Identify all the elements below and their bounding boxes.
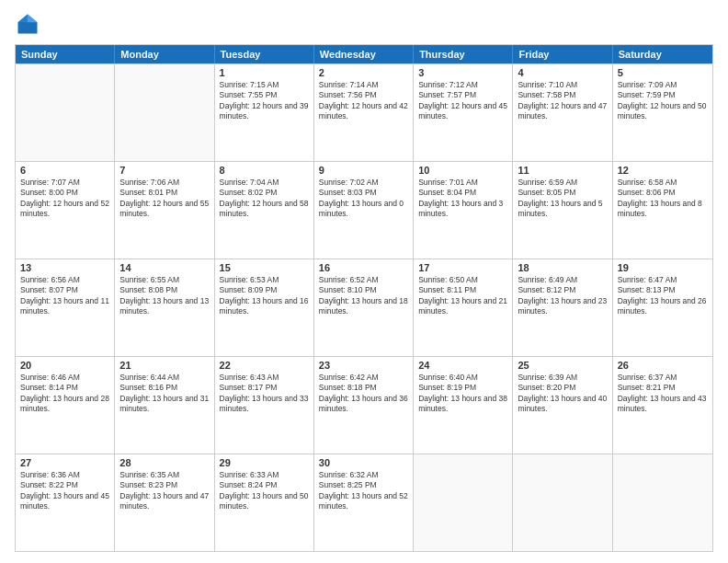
week-row-1: 1Sunrise: 7:15 AM Sunset: 7:55 PM Daylig… <box>16 63 712 161</box>
cell-info: Sunrise: 6:52 AM Sunset: 8:10 PM Dayligh… <box>319 275 408 317</box>
header <box>15 11 713 37</box>
header-day-friday: Friday <box>513 45 612 63</box>
header-day-wednesday: Wednesday <box>314 45 414 63</box>
cal-cell: 14Sunrise: 6:55 AM Sunset: 8:08 PM Dayli… <box>115 259 214 356</box>
cal-cell: 22Sunrise: 6:43 AM Sunset: 8:17 PM Dayli… <box>215 357 314 454</box>
logo <box>15 11 44 37</box>
cal-cell: 12Sunrise: 6:58 AM Sunset: 8:06 PM Dayli… <box>613 162 712 259</box>
day-number: 29 <box>220 457 309 468</box>
cal-cell: 2Sunrise: 7:14 AM Sunset: 7:56 PM Daylig… <box>314 64 414 161</box>
calendar-body: 1Sunrise: 7:15 AM Sunset: 7:55 PM Daylig… <box>16 63 712 551</box>
week-row-5: 27Sunrise: 6:36 AM Sunset: 8:22 PM Dayli… <box>16 454 712 551</box>
calendar-header: SundayMondayTuesdayWednesdayThursdayFrid… <box>16 45 712 63</box>
cell-info: Sunrise: 7:06 AM Sunset: 8:01 PM Dayligh… <box>119 178 209 220</box>
logo-icon <box>15 11 40 37</box>
day-number: 3 <box>418 67 507 78</box>
cal-cell: 29Sunrise: 6:33 AM Sunset: 8:24 PM Dayli… <box>215 454 314 551</box>
cal-cell: 3Sunrise: 7:12 AM Sunset: 7:57 PM Daylig… <box>414 64 513 161</box>
day-number: 30 <box>319 457 408 468</box>
svg-marker-2 <box>18 15 28 23</box>
cal-cell <box>16 64 115 161</box>
cal-cell: 7Sunrise: 7:06 AM Sunset: 8:01 PM Daylig… <box>115 162 214 259</box>
cal-cell <box>613 454 712 551</box>
header-day-monday: Monday <box>115 45 214 63</box>
cell-info: Sunrise: 6:40 AM Sunset: 8:19 PM Dayligh… <box>418 373 507 415</box>
cell-info: Sunrise: 7:09 AM Sunset: 7:59 PM Dayligh… <box>618 80 708 122</box>
cal-cell <box>414 454 513 551</box>
cell-info: Sunrise: 6:50 AM Sunset: 8:11 PM Dayligh… <box>418 275 507 317</box>
calendar: SundayMondayTuesdayWednesdayThursdayFrid… <box>15 44 713 552</box>
day-number: 24 <box>418 360 507 371</box>
header-day-saturday: Saturday <box>613 45 712 63</box>
cal-cell: 11Sunrise: 6:59 AM Sunset: 8:05 PM Dayli… <box>513 162 612 259</box>
day-number: 2 <box>319 67 408 78</box>
cal-cell <box>115 64 214 161</box>
cell-info: Sunrise: 6:56 AM Sunset: 8:07 PM Dayligh… <box>20 275 109 317</box>
cell-info: Sunrise: 6:39 AM Sunset: 8:20 PM Dayligh… <box>518 373 607 415</box>
cal-cell: 23Sunrise: 6:42 AM Sunset: 8:18 PM Dayli… <box>314 357 414 454</box>
day-number: 15 <box>220 262 309 273</box>
cell-info: Sunrise: 7:10 AM Sunset: 7:58 PM Dayligh… <box>518 80 607 122</box>
cell-info: Sunrise: 6:49 AM Sunset: 8:12 PM Dayligh… <box>518 275 607 317</box>
day-number: 9 <box>319 165 408 176</box>
cell-info: Sunrise: 6:58 AM Sunset: 8:06 PM Dayligh… <box>618 178 708 220</box>
day-number: 8 <box>220 165 309 176</box>
header-day-tuesday: Tuesday <box>215 45 314 63</box>
cell-info: Sunrise: 7:07 AM Sunset: 8:00 PM Dayligh… <box>20 178 109 220</box>
day-number: 27 <box>20 457 109 468</box>
cal-cell: 27Sunrise: 6:36 AM Sunset: 8:22 PM Dayli… <box>16 454 115 551</box>
cell-info: Sunrise: 7:02 AM Sunset: 8:03 PM Dayligh… <box>319 178 408 220</box>
week-row-3: 13Sunrise: 6:56 AM Sunset: 8:07 PM Dayli… <box>16 259 712 356</box>
day-number: 26 <box>618 360 708 371</box>
day-number: 22 <box>220 360 309 371</box>
day-number: 11 <box>518 165 607 176</box>
cell-info: Sunrise: 6:59 AM Sunset: 8:05 PM Dayligh… <box>518 178 607 220</box>
cal-cell: 13Sunrise: 6:56 AM Sunset: 8:07 PM Dayli… <box>16 259 115 356</box>
cal-cell: 20Sunrise: 6:46 AM Sunset: 8:14 PM Dayli… <box>16 357 115 454</box>
day-number: 12 <box>618 165 708 176</box>
day-number: 25 <box>518 360 607 371</box>
cal-cell: 26Sunrise: 6:37 AM Sunset: 8:21 PM Dayli… <box>613 357 712 454</box>
cell-info: Sunrise: 7:12 AM Sunset: 7:57 PM Dayligh… <box>418 80 507 122</box>
day-number: 7 <box>119 165 209 176</box>
day-number: 18 <box>518 262 607 273</box>
svg-marker-1 <box>28 15 38 23</box>
week-row-2: 6Sunrise: 7:07 AM Sunset: 8:00 PM Daylig… <box>16 161 712 259</box>
cell-info: Sunrise: 6:46 AM Sunset: 8:14 PM Dayligh… <box>20 373 109 415</box>
cal-cell: 9Sunrise: 7:02 AM Sunset: 8:03 PM Daylig… <box>314 162 414 259</box>
cell-info: Sunrise: 6:32 AM Sunset: 8:25 PM Dayligh… <box>319 470 408 512</box>
cell-info: Sunrise: 7:14 AM Sunset: 7:56 PM Dayligh… <box>319 80 408 122</box>
cal-cell: 18Sunrise: 6:49 AM Sunset: 8:12 PM Dayli… <box>513 259 612 356</box>
cal-cell: 5Sunrise: 7:09 AM Sunset: 7:59 PM Daylig… <box>613 64 712 161</box>
cal-cell: 28Sunrise: 6:35 AM Sunset: 8:23 PM Dayli… <box>115 454 214 551</box>
cal-cell: 24Sunrise: 6:40 AM Sunset: 8:19 PM Dayli… <box>414 357 513 454</box>
day-number: 6 <box>20 165 109 176</box>
cal-cell: 1Sunrise: 7:15 AM Sunset: 7:55 PM Daylig… <box>215 64 314 161</box>
day-number: 21 <box>119 360 209 371</box>
cell-info: Sunrise: 6:43 AM Sunset: 8:17 PM Dayligh… <box>220 373 309 415</box>
day-number: 23 <box>319 360 408 371</box>
cal-cell: 21Sunrise: 6:44 AM Sunset: 8:16 PM Dayli… <box>115 357 214 454</box>
cal-cell: 19Sunrise: 6:47 AM Sunset: 8:13 PM Dayli… <box>613 259 712 356</box>
cal-cell <box>513 454 612 551</box>
cell-info: Sunrise: 6:53 AM Sunset: 8:09 PM Dayligh… <box>220 275 309 317</box>
cell-info: Sunrise: 6:47 AM Sunset: 8:13 PM Dayligh… <box>618 275 708 317</box>
cell-info: Sunrise: 7:01 AM Sunset: 8:04 PM Dayligh… <box>418 178 507 220</box>
day-number: 17 <box>418 262 507 273</box>
cell-info: Sunrise: 6:33 AM Sunset: 8:24 PM Dayligh… <box>220 470 309 512</box>
calendar-page: SundayMondayTuesdayWednesdayThursdayFrid… <box>0 0 728 563</box>
cal-cell: 8Sunrise: 7:04 AM Sunset: 8:02 PM Daylig… <box>215 162 314 259</box>
cell-info: Sunrise: 7:15 AM Sunset: 7:55 PM Dayligh… <box>220 80 309 122</box>
cal-cell: 16Sunrise: 6:52 AM Sunset: 8:10 PM Dayli… <box>314 259 414 356</box>
cal-cell: 4Sunrise: 7:10 AM Sunset: 7:58 PM Daylig… <box>513 64 612 161</box>
day-number: 16 <box>319 262 408 273</box>
day-number: 4 <box>518 67 607 78</box>
cal-cell: 25Sunrise: 6:39 AM Sunset: 8:20 PM Dayli… <box>513 357 612 454</box>
cal-cell: 10Sunrise: 7:01 AM Sunset: 8:04 PM Dayli… <box>414 162 513 259</box>
cell-info: Sunrise: 6:35 AM Sunset: 8:23 PM Dayligh… <box>119 470 209 512</box>
day-number: 20 <box>20 360 109 371</box>
day-number: 10 <box>418 165 507 176</box>
cal-cell: 30Sunrise: 6:32 AM Sunset: 8:25 PM Dayli… <box>314 454 414 551</box>
cell-info: Sunrise: 6:36 AM Sunset: 8:22 PM Dayligh… <box>20 470 109 512</box>
day-number: 28 <box>119 457 209 468</box>
